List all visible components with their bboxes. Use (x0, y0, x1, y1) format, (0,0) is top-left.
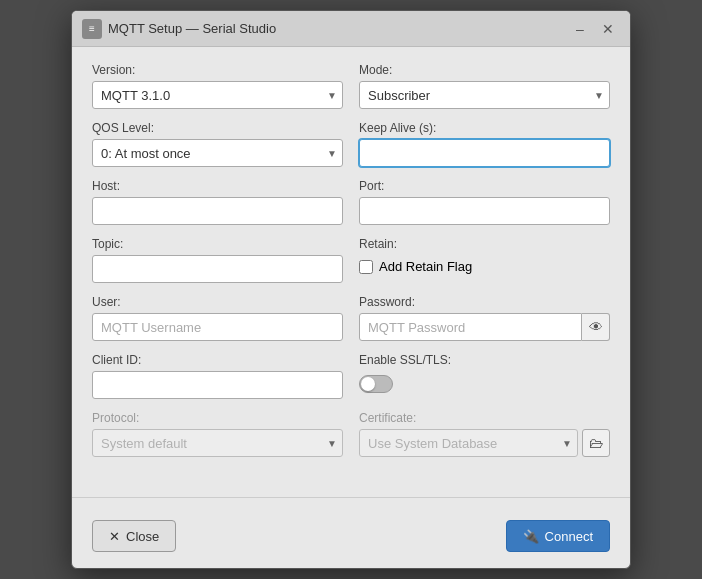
group-version: Version: MQTT 3.1.0 MQTT 3.1.1 MQTT 5.0 … (92, 63, 343, 109)
port-label: Port: (359, 179, 610, 193)
titlebar-left: ≡ MQTT Setup — Serial Studio (82, 19, 276, 39)
footer: ✕ Close 🔌 Connect (72, 510, 630, 568)
version-select[interactable]: MQTT 3.1.0 MQTT 3.1.1 MQTT 5.0 (92, 81, 343, 109)
group-ssl: Enable SSL/TLS: (359, 353, 610, 399)
mode-label: Mode: (359, 63, 610, 77)
retain-checkbox-label: Add Retain Flag (379, 259, 472, 274)
password-label: Password: (359, 295, 610, 309)
clientid-input[interactable]: SerialStudio (92, 371, 343, 399)
group-mode: Mode: Publisher Subscriber ▼ (359, 63, 610, 109)
group-certificate: Certificate: Use System Database ▼ 🗁 (359, 411, 610, 457)
keepalive-label: Keep Alive (s): (359, 121, 610, 135)
mqtt-setup-window: ≡ MQTT Setup — Serial Studio – ✕ Version… (71, 10, 631, 569)
app-icon: ≡ (82, 19, 102, 39)
row-host-port: Host: 127.0.0.1 Port: 1883 (92, 179, 610, 225)
topic-label: Topic: (92, 237, 343, 251)
certificate-select[interactable]: Use System Database (359, 429, 578, 457)
version-select-wrapper: MQTT 3.1.0 MQTT 3.1.1 MQTT 5.0 ▼ (92, 81, 343, 109)
minimize-button[interactable]: – (568, 17, 592, 41)
mode-select-wrapper: Publisher Subscriber ▼ (359, 81, 610, 109)
protocol-select[interactable]: System default (92, 429, 343, 457)
row-protocol-certificate: Protocol: System default ▼ Certificate: … (92, 411, 610, 457)
protocol-label: Protocol: (92, 411, 343, 425)
ssl-toggle[interactable] (359, 375, 393, 393)
group-user: User: (92, 295, 343, 341)
password-wrapper: 👁 (359, 313, 610, 341)
connect-label: Connect (545, 529, 593, 544)
clientid-label: Client ID: (92, 353, 343, 367)
form-content: Version: MQTT 3.1.0 MQTT 3.1.1 MQTT 5.0 … (72, 47, 630, 485)
connect-icon: 🔌 (523, 529, 539, 544)
row-topic-retain: Topic: lte Retain: Add Retain Flag (92, 237, 610, 283)
close-button[interactable]: ✕ Close (92, 520, 176, 552)
group-clientid: Client ID: SerialStudio (92, 353, 343, 399)
group-password: Password: 👁 (359, 295, 610, 341)
group-keepalive: Keep Alive (s): 800 (359, 121, 610, 167)
certificate-label: Certificate: (359, 411, 610, 425)
protocol-select-wrapper: System default ▼ (92, 429, 343, 457)
keepalive-input[interactable]: 800 (359, 139, 610, 167)
connect-button[interactable]: 🔌 Connect (506, 520, 610, 552)
topic-input[interactable]: lte (92, 255, 343, 283)
ssl-toggle-wrapper (359, 375, 610, 393)
group-topic: Topic: lte (92, 237, 343, 283)
close-label: Close (126, 529, 159, 544)
retain-checkbox[interactable] (359, 260, 373, 274)
version-label: Version: (92, 63, 343, 77)
row-user-password: User: Password: 👁 (92, 295, 610, 341)
mode-select[interactable]: Publisher Subscriber (359, 81, 610, 109)
qos-label: QOS Level: (92, 121, 343, 135)
row-version-mode: Version: MQTT 3.1.0 MQTT 3.1.1 MQTT 5.0 … (92, 63, 610, 109)
row-clientid-ssl: Client ID: SerialStudio Enable SSL/TLS: (92, 353, 610, 399)
certificate-row: Use System Database ▼ 🗁 (359, 429, 610, 457)
user-input[interactable] (92, 313, 343, 341)
group-host: Host: 127.0.0.1 (92, 179, 343, 225)
footer-divider (72, 497, 630, 498)
host-input[interactable]: 127.0.0.1 (92, 197, 343, 225)
close-window-button[interactable]: ✕ (596, 17, 620, 41)
ssl-toggle-knob (361, 377, 375, 391)
certificate-select-wrapper: Use System Database ▼ (359, 429, 578, 457)
titlebar: ≡ MQTT Setup — Serial Studio – ✕ (72, 11, 630, 47)
close-icon: ✕ (109, 529, 120, 544)
window-title: MQTT Setup — Serial Studio (108, 21, 276, 36)
group-retain: Retain: Add Retain Flag (359, 237, 610, 283)
password-input[interactable] (359, 313, 582, 341)
retain-label: Retain: (359, 237, 610, 251)
retain-checkbox-row: Add Retain Flag (359, 259, 610, 274)
qos-select-wrapper: 0: At most once 1: At least once 2: Exac… (92, 139, 343, 167)
group-port: Port: 1883 (359, 179, 610, 225)
user-label: User: (92, 295, 343, 309)
host-label: Host: (92, 179, 343, 193)
row-qos-keepalive: QOS Level: 0: At most once 1: At least o… (92, 121, 610, 167)
group-qos: QOS Level: 0: At most once 1: At least o… (92, 121, 343, 167)
titlebar-controls: – ✕ (568, 17, 620, 41)
show-password-button[interactable]: 👁 (582, 313, 610, 341)
qos-select[interactable]: 0: At most once 1: At least once 2: Exac… (92, 139, 343, 167)
ssl-label: Enable SSL/TLS: (359, 353, 610, 367)
port-input[interactable]: 1883 (359, 197, 610, 225)
group-protocol: Protocol: System default ▼ (92, 411, 343, 457)
browse-certificate-button[interactable]: 🗁 (582, 429, 610, 457)
